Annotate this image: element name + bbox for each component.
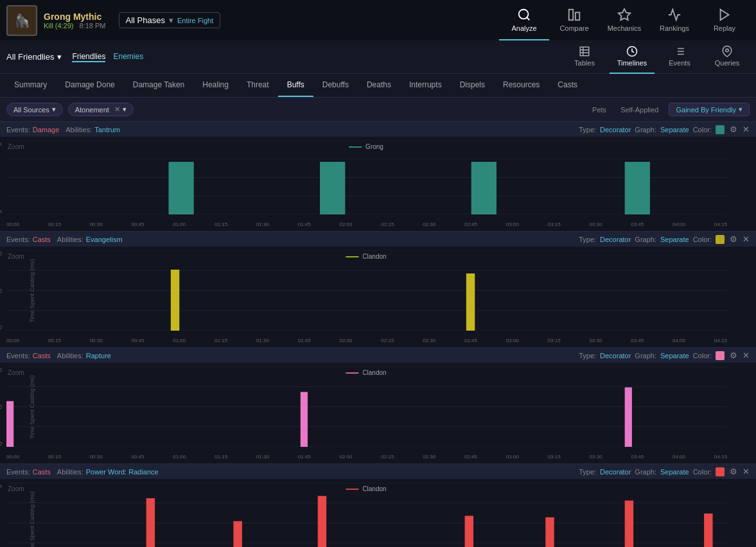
bar-1-3 bbox=[471, 162, 497, 214]
chart-svg-4 bbox=[6, 483, 727, 547]
nav-replay[interactable]: Replay bbox=[699, 0, 750, 40]
chart-body-3: 1,0005000Time Spent Casting (ms)ZoomClan… bbox=[0, 363, 756, 464]
tab-interrupts[interactable]: Interrupts bbox=[400, 74, 451, 97]
boss-kill: Kill (4:29) bbox=[44, 22, 73, 30]
friendlies-type: Friendlies Enemies bbox=[72, 52, 143, 62]
type-enemies[interactable]: Enemies bbox=[113, 52, 143, 62]
second-bar: All Friendlies ▾ Friendlies Enemies Tabl… bbox=[0, 40, 756, 74]
atonement-close[interactable]: ✕ bbox=[114, 105, 120, 114]
nav-mechanics[interactable]: Mechanics bbox=[599, 0, 649, 40]
boss-text: Grong Mythic Kill (4:29) 8:18 PM bbox=[44, 12, 106, 30]
settings-icon-1[interactable]: ⚙ bbox=[730, 125, 737, 134]
legend-1: Grong bbox=[349, 143, 383, 150]
tab-buffs[interactable]: Buffs bbox=[278, 74, 313, 97]
view-tables[interactable]: Tables bbox=[562, 40, 607, 74]
events-label: Events: bbox=[6, 236, 30, 243]
chart-body-4: 1k0kTime Spent Casting (ms)ZoomClandon00… bbox=[0, 479, 756, 547]
boss-info: 🦍 Grong Mythic Kill (4:29) 8:18 PM bbox=[6, 5, 106, 36]
color-swatch-2[interactable] bbox=[716, 235, 725, 244]
svg-rect-2 bbox=[569, 9, 573, 20]
bar-4-2 bbox=[233, 521, 242, 547]
friendlies-label: All Friendlies bbox=[6, 52, 54, 62]
view-tables-label: Tables bbox=[574, 59, 595, 67]
close-icon-3[interactable]: ✕ bbox=[743, 351, 750, 360]
chart-body-1: 200k0kZoomGrong00:0000:1500:3000:4501:00… bbox=[0, 137, 756, 231]
svg-rect-3 bbox=[576, 12, 579, 20]
bar-3-3 bbox=[625, 387, 632, 447]
all-sources-filter[interactable]: All Sources ▾ bbox=[6, 103, 63, 116]
sources-chevron: ▾ bbox=[52, 105, 56, 114]
gained-chevron: ▾ bbox=[739, 105, 743, 114]
chart-header-4: Events: Casts Abilities: Power Word: Rad… bbox=[0, 464, 756, 479]
bar-3-2 bbox=[301, 392, 308, 447]
ability-name: Tantrum bbox=[94, 126, 120, 134]
friendlies-btn[interactable]: All Friendlies ▾ bbox=[6, 52, 62, 62]
bar-4-4 bbox=[465, 516, 473, 547]
nav-rankings[interactable]: Rankings bbox=[649, 0, 699, 40]
filter-bar: All Sources ▾ Atonement ✕ ▾ Pets Self-Ap… bbox=[0, 98, 756, 122]
tab-deaths[interactable]: Deaths bbox=[358, 74, 400, 97]
view-queries[interactable]: Queries bbox=[705, 40, 750, 74]
bar-4-5 bbox=[545, 517, 554, 547]
legend-4: Clandon bbox=[346, 485, 386, 492]
phase-selector[interactable]: All Phases ▾ Entire Fight bbox=[119, 12, 221, 28]
x-axis-2: 00:0000:1500:3000:4501:0001:1501:3001:45… bbox=[6, 338, 727, 343]
svg-rect-5 bbox=[580, 47, 589, 56]
bar-4-7 bbox=[704, 514, 712, 547]
settings-icon-2[interactable]: ⚙ bbox=[730, 234, 737, 244]
chart-body-2: 1,0005000Time Spent Casting (ms)ZoomClan… bbox=[0, 247, 756, 347]
bar-2-1 bbox=[171, 270, 179, 331]
svg-line-1 bbox=[527, 17, 529, 20]
events-label: Events: bbox=[6, 126, 30, 134]
chart-header-3: Events: Casts Abilities: Rapture Type: D… bbox=[0, 348, 756, 363]
bar-1-2 bbox=[320, 162, 345, 214]
tabs-bar: Summary Damage Done Damage Taken Healing… bbox=[0, 74, 756, 98]
legend-2: Clandon bbox=[346, 253, 386, 260]
events-label: Events: bbox=[6, 468, 30, 476]
bar-3-1 bbox=[6, 401, 13, 447]
close-icon-1[interactable]: ✕ bbox=[743, 125, 750, 134]
tab-resources[interactable]: Resources bbox=[494, 74, 549, 97]
event-type: Casts bbox=[33, 236, 51, 243]
chart-header-2: Events: Casts Abilities: Evangelism Type… bbox=[0, 232, 756, 247]
color-swatch-3[interactable] bbox=[716, 351, 725, 360]
settings-icon-4[interactable]: ⚙ bbox=[730, 467, 737, 476]
svg-point-0 bbox=[519, 9, 529, 19]
svg-point-16 bbox=[726, 49, 729, 52]
chart-section-3: Events: Casts Abilities: Rapture Type: D… bbox=[0, 348, 756, 464]
atonement-chevron: ▾ bbox=[123, 105, 127, 114]
color-swatch-1[interactable] bbox=[716, 125, 725, 134]
chart-svg-1 bbox=[6, 141, 727, 214]
close-icon-2[interactable]: ✕ bbox=[743, 234, 750, 244]
tab-dispels[interactable]: Dispels bbox=[451, 74, 494, 97]
nav-analyze[interactable]: Analyze bbox=[499, 0, 549, 40]
tab-casts[interactable]: Casts bbox=[549, 74, 586, 97]
tab-threat[interactable]: Threat bbox=[238, 74, 278, 97]
type-friendlies[interactable]: Friendlies bbox=[72, 52, 105, 62]
view-events[interactable]: Events bbox=[657, 40, 702, 74]
atonement-filter[interactable]: Atonement ✕ ▾ bbox=[68, 103, 134, 116]
legend-3: Clandon bbox=[346, 369, 386, 376]
chart-section-4: Events: Casts Abilities: Power Word: Rad… bbox=[0, 464, 756, 547]
close-icon-4[interactable]: ✕ bbox=[743, 467, 750, 476]
chart-section-1: Events: Damage Abilities: Tantrum Type: … bbox=[0, 122, 756, 232]
pets-btn[interactable]: Pets bbox=[588, 104, 610, 116]
self-applied-btn[interactable]: Self-Applied bbox=[617, 104, 662, 116]
nav-compare[interactable]: Compare bbox=[549, 0, 599, 40]
view-timelines[interactable]: Timelines bbox=[610, 40, 655, 74]
tab-damage-taken[interactable]: Damage Taken bbox=[124, 74, 194, 97]
gained-by-btn[interactable]: Gained By Friendly ▾ bbox=[669, 103, 750, 116]
view-events-label: Events bbox=[669, 59, 690, 67]
settings-icon-3[interactable]: ⚙ bbox=[730, 351, 737, 360]
tab-debuffs[interactable]: Debuffs bbox=[313, 74, 358, 97]
bar-4-6 bbox=[625, 501, 633, 547]
chart-svg-2 bbox=[6, 250, 727, 331]
events-label: Events: bbox=[6, 352, 30, 360]
bar-1-4 bbox=[625, 162, 650, 214]
color-swatch-4[interactable] bbox=[716, 467, 725, 476]
tab-summary[interactable]: Summary bbox=[5, 74, 56, 97]
charts-container: Events: Damage Abilities: Tantrum Type: … bbox=[0, 122, 756, 547]
tab-healing[interactable]: Healing bbox=[193, 74, 238, 97]
tab-damage-done[interactable]: Damage Done bbox=[56, 74, 123, 97]
event-type: Casts bbox=[33, 352, 51, 360]
